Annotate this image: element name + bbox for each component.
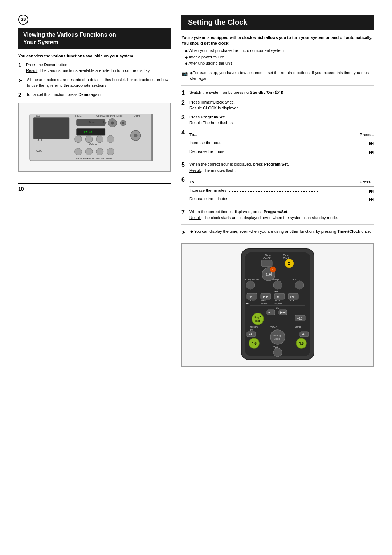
step-number: 4 [181, 129, 187, 159]
page-layout: GB Viewing the Various Functions on Your… [18, 15, 374, 367]
step-content: When the correct time is displayed, pres… [189, 209, 374, 221]
svg-text:⏻/I: ⏻/I [266, 272, 273, 277]
step-number: 5 [181, 161, 187, 173]
svg-text:TIMER: TIMER [75, 114, 84, 117]
svg-text:12:00: 12:00 [83, 131, 92, 134]
svg-text:Down: Down [89, 121, 95, 123]
to-header: To... [189, 178, 319, 186]
table-header-row: To... Press... [189, 178, 374, 186]
svg-text:Program/: Program/ [249, 325, 258, 328]
svg-text:4,6: 4,6 [252, 341, 257, 345]
left-section-title: Viewing the Various Functions on Your Sy… [23, 31, 166, 46]
gb-badge: GB [18, 15, 28, 25]
right-section-title: Setting the Clock [188, 18, 367, 27]
svg-point-28 [107, 148, 114, 155]
table-row: Increase the minutes ⏭ [189, 186, 374, 195]
svg-point-17 [85, 135, 93, 143]
table-header-row: To... Press... [189, 131, 374, 139]
svg-text:4,6: 4,6 [299, 341, 304, 345]
step-content: To... Press... Increase the minutes ⏭ [189, 176, 374, 206]
step-content: Switch the system on by pressing Standby… [189, 89, 374, 96]
svg-text:VOL.+: VOL.+ [270, 325, 277, 328]
right-step-5: 5 When the correct hour is displayed, pr… [181, 161, 374, 173]
step-content: Press Program/Set. Result: The hour flas… [189, 114, 374, 126]
svg-text:Mode: Mode [274, 337, 280, 340]
svg-text:CD SYNC.: CD SYNC. [246, 299, 257, 302]
step-number: 1 [181, 89, 187, 96]
svg-text:RDS: RDS [275, 299, 280, 302]
svg-rect-57 [274, 293, 285, 299]
right-step-7: 7 When the correct time is displayed, pr… [181, 209, 374, 221]
left-note: ➤ All these functions are described in d… [18, 77, 171, 89]
svg-text:REVMode: REVMode [86, 157, 98, 160]
camera-note: 📷 ◆For each step, you have a few seconds… [181, 70, 374, 82]
svg-point-8 [122, 122, 124, 124]
left-intro: You can view the various functions avail… [18, 54, 171, 58]
step-content: To cancel this function, press Demo agai… [26, 92, 171, 98]
right-step-6: 6 To... Press... Increase the minutes [181, 176, 374, 206]
left-column: GB Viewing the Various Functions on Your… [18, 15, 171, 367]
svg-point-50 [273, 281, 282, 289]
svg-text:Tuning: Tuning [273, 334, 281, 337]
step-number: 3 [181, 114, 187, 126]
bullet-item: When you first purchase the micro compon… [185, 48, 374, 54]
step-content: To... Press... Increase the hours ⏭ [189, 129, 374, 159]
right-step-4: 4 To... Press... Increase the hours [181, 129, 374, 159]
left-step-2: 2 To cancel this function, press Demo ag… [18, 92, 171, 98]
step-content: Press Timer/Clock twice. Result: CLOCK i… [189, 99, 374, 111]
svg-text:TAPE: TAPE [272, 290, 279, 293]
arrow-right-icon: ➤ [181, 228, 188, 236]
svg-text:⏭: ⏭ [290, 295, 294, 299]
svg-text:■: ■ [277, 295, 279, 299]
svg-rect-39 [261, 260, 272, 267]
bullet-item: After a power failure [185, 54, 374, 61]
svg-text:PTY: PTY [290, 299, 294, 302]
right-step-2: 2 Press Timer/Clock twice. Result: CLOCK… [181, 99, 374, 111]
svg-text:⏺/II: ⏺/II [246, 302, 250, 305]
step-number: 1 [18, 62, 24, 74]
svg-text:Demo: Demo [134, 114, 141, 117]
svg-rect-1 [33, 117, 69, 139]
svg-point-18 [96, 135, 103, 143]
svg-text:⏮: ⏮ [249, 295, 253, 299]
svg-point-21 [134, 134, 138, 137]
svg-text:Volume: Volume [89, 143, 97, 146]
arrow-right-icon: ➤ [18, 77, 25, 89]
step-number: 7 [181, 209, 187, 221]
svg-text:▶▶|: ▶▶| [280, 311, 286, 314]
svg-text:▶▶: ▶▶ [263, 295, 269, 299]
press-header: Press... [319, 178, 374, 186]
svg-text:+10: +10 [297, 317, 302, 320]
device-illustration: 12:00 TIMER Open/Close Down Up Tuning Mo… [18, 103, 171, 172]
divider [181, 85, 374, 86]
step-number: 2 [18, 92, 24, 98]
svg-text:CD: CD [276, 307, 279, 309]
svg-text:3,5,7: 3,5,7 [254, 315, 261, 319]
svg-text:Timer/: Timer/ [283, 254, 290, 256]
step-number: 6 [181, 176, 187, 206]
svg-point-26 [85, 148, 93, 155]
device-svg: 12:00 TIMER Open/Close Down Up Tuning Mo… [22, 107, 167, 168]
table-row: Increase the hours ⏭ [189, 139, 374, 148]
press-table-6: To... Press... Increase the minutes ⏭ [189, 178, 374, 204]
svg-text:⏮: ⏮ [249, 332, 252, 336]
right-step-1: 1 Switch the system on by pressing Stand… [181, 89, 374, 96]
svg-text:Timer: Timer [265, 254, 271, 256]
svg-text:Display: Display [274, 302, 282, 305]
svg-text:⏭: ⏭ [302, 332, 305, 336]
table-row: Decrease the minutes ⏮ [189, 195, 374, 204]
svg-text:Mode: Mode [261, 302, 268, 305]
left-section-header: Viewing the Various Functions on Your Sy… [18, 28, 171, 49]
svg-text:EQ/P.Sound: EQ/P.Sound [245, 278, 259, 281]
right-column: Setting the Clock Your system is equippe… [181, 15, 374, 367]
step-content: When the correct hour is displayed, pres… [189, 161, 374, 173]
svg-text:VOL –: VOL – [273, 345, 281, 348]
svg-text:Set: Set [250, 328, 253, 331]
table-row: Decrease the hours ⏮ [189, 148, 374, 157]
press-table-4: To... Press... Increase the hours ⏭ [189, 131, 374, 157]
svg-text:Tuning Mode: Tuning Mode [108, 114, 123, 117]
right-step-3: 3 Press Program/Set. Result: The hour fl… [181, 114, 374, 126]
svg-point-19 [107, 135, 114, 143]
press-header: Press... [319, 131, 374, 139]
step-number: 2 [181, 99, 187, 111]
